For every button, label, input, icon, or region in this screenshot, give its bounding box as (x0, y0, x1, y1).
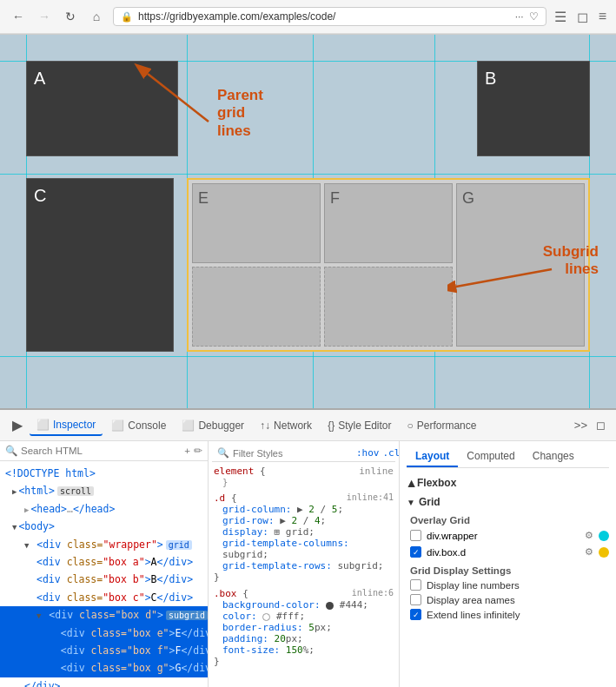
css-prop-display: display: ⊞ grid; (214, 526, 394, 538)
box-d-line[interactable]: ▼ <div class="box d">subgrid (0, 606, 208, 624)
css-prop-color: color: #fff; (214, 611, 394, 622)
body-line[interactable]: ▼<body> (0, 518, 208, 535)
pick-element-icon[interactable]: ✏ (194, 445, 202, 457)
css-rule-d-close: } (214, 571, 394, 583)
boxd-grid-label: div.box.d (427, 547, 580, 558)
flexbox-section-title[interactable]: ▶ Flexbox (407, 473, 609, 492)
box-c-line[interactable]: <div class="box c">C</div> (0, 589, 208, 606)
html-element-line[interactable]: ▶<html>scroll (0, 482, 208, 499)
grid-box-f: F (324, 183, 453, 263)
css-rule-box-close: } (214, 656, 394, 667)
tab-debugger[interactable]: ⬜ Debugger (175, 416, 251, 435)
overlay-grid-label: Overlay Grid (410, 512, 609, 527)
devtools-pick-element[interactable]: ▶ (7, 415, 28, 435)
box-f-line[interactable]: <div class="box f">F</div> (0, 642, 208, 659)
css-prop-bg-color: background-color: #444; (214, 599, 394, 611)
css-prop-padding: padding: 20px; (214, 633, 394, 644)
tab-icon[interactable]: ◻ (574, 6, 591, 28)
grid-empty-1 (192, 267, 321, 347)
extend-lines-checkbox[interactable]: ✓ (410, 609, 421, 620)
tab-changes[interactable]: Changes (524, 446, 583, 467)
display-line-numbers-row: Display line numbers (410, 578, 609, 592)
home-button[interactable]: ⌂ (85, 5, 108, 28)
box-a-line[interactable]: <div class="box a">A</div> (0, 553, 208, 571)
tab-inspector[interactable]: ⬜ inspector (30, 415, 103, 436)
overlay-boxd-row: ✓ div.box.d ⚙ (410, 544, 609, 560)
flexbox-chevron: ▶ (406, 479, 415, 486)
filter-icon: 🔍 (217, 447, 229, 459)
boxd-gear-icon[interactable]: ⚙ (585, 546, 593, 558)
box-b-line[interactable]: <div class="box b">B</div> (0, 571, 208, 588)
reload-button[interactable]: ↻ (59, 5, 82, 28)
grid-empty-2 (324, 267, 453, 347)
menu-icon[interactable]: ≡ (596, 6, 609, 27)
css-prop-grid-template-cols: grid-template-columns: subgrid; (214, 538, 394, 560)
boxd-checkbox[interactable]: ✓ (410, 546, 421, 558)
tab-network[interactable]: ↑↓ Network (253, 416, 319, 435)
hov-pseudo[interactable]: :hov (356, 447, 380, 459)
wrapper-line[interactable]: ▼ <div class="wrapper">grid (0, 536, 208, 553)
boxd-color-dot (599, 547, 609, 558)
tab-computed[interactable]: Computed (458, 446, 523, 467)
devtools-toolbar: ▶ ⬜ inspector ⬜ Console ⬜ Debugger ↑↓ Ne… (0, 410, 616, 441)
performance-icon: ○ (407, 419, 414, 432)
more-tabs-button[interactable]: >> (571, 415, 591, 435)
undock-button[interactable]: ◻ (593, 415, 609, 435)
style-editor-icon: {} (328, 419, 334, 432)
html-search-input[interactable] (21, 446, 181, 456)
browser-chrome: ← → ↻ ⌂ 🔒 https://gridbyexample.com/exam… (0, 0, 616, 35)
css-panel: 🔍 :hov .cls + ✎ 📄 element inline { } .d … (209, 441, 400, 687)
wrapper-gear-icon[interactable]: ⚙ (585, 530, 593, 541)
area-names-checkbox[interactable] (410, 594, 421, 605)
wrapper-checkbox[interactable] (410, 530, 421, 541)
grid-label: Grid (419, 496, 440, 508)
nav-buttons: ← → ↻ ⌂ (7, 5, 108, 28)
back-button[interactable]: ← (7, 5, 30, 28)
grid-box-d: E F G (187, 178, 590, 352)
flexbox-label: Flexbox (417, 477, 456, 489)
head-line[interactable]: ▶<head>…</head> (0, 500, 208, 518)
tab-console[interactable]: ⬜ Console (104, 416, 173, 435)
doctype-line[interactable]: <!DOCTYPE html> (0, 465, 208, 482)
bookmarks-icon[interactable]: ☰ (552, 6, 569, 28)
css-selector-element: element inline { (214, 466, 394, 477)
debugger-icon: ⬜ (182, 419, 195, 432)
address-bar[interactable]: 🔒 https://gridbyexample.com/examples/cod… (113, 7, 546, 26)
grid-visualization: A B C E F G (0, 35, 616, 408)
console-icon: ⬜ (111, 419, 124, 432)
grid-box-g: G (456, 183, 585, 347)
css-rule-element: element inline { } (214, 466, 394, 487)
css-selector-d: .d inline:41 { (214, 492, 394, 504)
browser-icons: ☰ ◻ ≡ (552, 6, 609, 28)
bookmark-icon: ♡ (529, 10, 539, 23)
forward-button[interactable]: → (33, 5, 56, 28)
grid-display-settings-label: Grid Display Settings (410, 560, 609, 578)
parent-hline-2 (0, 174, 616, 175)
css-rules-area: element inline { } .d inline:41 { grid-c… (212, 462, 395, 687)
box-e-line[interactable]: <div class="box e">E</div> (0, 624, 208, 642)
cls-class[interactable]: .cls (383, 447, 401, 459)
tab-performance[interactable]: ○ Performance (401, 416, 484, 435)
css-prop-font-size: font-size: 150%; (214, 644, 394, 656)
css-filter-input[interactable] (233, 448, 353, 459)
display-area-names-row: Display area names (410, 592, 609, 607)
tab-layout[interactable]: Layout (407, 446, 458, 467)
extend-lines-row: ✓ Extend lines infinitely (410, 607, 609, 622)
div-close-1[interactable]: </div> (0, 677, 208, 687)
parent-hline-3 (0, 356, 616, 357)
extend-lines-label: Extend lines infinitely (427, 610, 520, 620)
css-selector-box: .box inline:6 { (214, 588, 394, 599)
add-node-icon[interactable]: + (184, 446, 190, 456)
layout-panel-tabs: Layout Computed Changes (407, 446, 609, 468)
box-g-line[interactable]: <div class="box g">G</div> (0, 659, 208, 677)
line-numbers-label: Display line numbers (427, 580, 520, 591)
layout-panel: Layout Computed Changes ▶ Flexbox ▼ Grid… (400, 441, 616, 687)
more-icon: ··· (515, 10, 524, 23)
grid-section-title[interactable]: ▼ Grid (407, 492, 609, 512)
tab-style-editor[interactable]: {} Style Editor (321, 416, 398, 435)
html-search-bar: 🔍 + ✏ (0, 441, 208, 461)
url-text: https://gridbyexample.com/examples/code/ (138, 10, 510, 23)
line-numbers-checkbox[interactable] (410, 579, 421, 591)
css-prop-grid-column: grid-column: ▶ 2 / 5; (214, 504, 394, 515)
css-filter-bar: 🔍 :hov .cls + ✎ 📄 (212, 445, 395, 462)
